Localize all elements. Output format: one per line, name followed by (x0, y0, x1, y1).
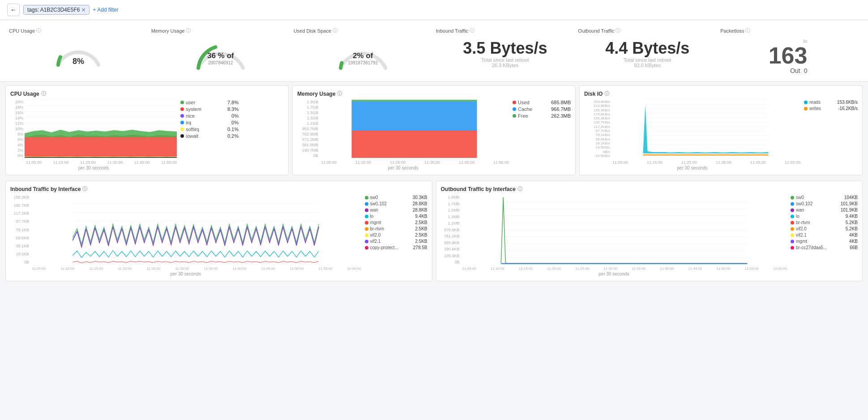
legend-dot (804, 107, 808, 110)
packetloss-out-value: 0 (804, 67, 808, 74)
legend-label: br-rtvm (796, 220, 834, 225)
legend-value: 2.5KB (405, 233, 428, 238)
legend-item: wan101.9KB (791, 208, 858, 212)
legend-item: wan28.8KB (365, 208, 428, 212)
packetloss-info-icon[interactable]: ⓘ (745, 27, 750, 34)
legend-label: vif2.0 (370, 233, 403, 238)
legend-label: sw0.102 (796, 201, 834, 206)
legend-value: 5.2KB (835, 220, 858, 225)
memory-legend: Used685.8MBCache966.7MBFree262.3MB (513, 100, 571, 170)
inbound-x-label: per 30 seconds (10, 272, 361, 276)
legend-item: copy-protect...278.5B (365, 245, 428, 250)
legend-dot (365, 227, 368, 231)
svg-marker-14 (25, 135, 177, 157)
legend-item: iowait0.2% (180, 133, 239, 139)
legend-value: 153.6KB/s (835, 100, 858, 105)
legend-dot (180, 114, 184, 118)
legend-dot (365, 215, 368, 218)
disk-gauge: 2% of 199187361792 (334, 36, 392, 72)
legend-label: lo (370, 214, 403, 219)
legend-dot (791, 233, 794, 237)
outbound-chart-info-icon[interactable]: ⓘ (517, 186, 522, 192)
inbound-chart-body: 156.3KB136.7KB117.2KB97.7KB78.1KB58.6KB3… (10, 195, 428, 276)
disk-info-icon[interactable]: ⓘ (333, 27, 338, 34)
legend-item: sw030.3KB (365, 195, 428, 200)
back-button[interactable]: ← (7, 4, 20, 16)
legend-label: copy-protect... (370, 245, 403, 250)
legend-dot (365, 208, 368, 212)
disk-sub: 199187361792 (348, 60, 378, 65)
legend-item: lo9.4KB (365, 214, 428, 219)
legend-label: system (186, 106, 214, 112)
diskio-chart-panel: Disk IO ⓘ 253.9KB/s214.8KB/s195.3KB/s175… (579, 85, 863, 175)
inbound-total-value: 26.3 KBytes (463, 63, 547, 68)
cpu-x-label: per 30 seconds (10, 165, 177, 170)
legend-dot (365, 240, 368, 243)
add-filter-button[interactable]: + Add filter (93, 7, 119, 13)
memory-sub: 2007846912 (207, 60, 234, 65)
cpu-info-icon[interactable]: ⓘ (36, 27, 41, 34)
legend-value: 2.5KB (405, 239, 428, 244)
outbound-metric-card: Outbound Traffic ⓘ 4.4 Bytes/s Total sin… (576, 24, 718, 78)
legend-dot (180, 134, 184, 138)
memory-info-icon[interactable]: ⓘ (186, 27, 191, 34)
legend-label: mgmt (796, 239, 834, 244)
memory-chart-body: 1.9GB1.7GB1.5GB1.3GB1.1GB953.7MB762.9MB5… (297, 100, 571, 170)
outbound-info-icon[interactable]: ⓘ (616, 27, 620, 34)
legend-dot (180, 121, 184, 124)
legend-item: br-rtvm5.2KB (791, 220, 858, 225)
legend-item: writes-16.2KB/s (804, 106, 858, 111)
filter-tag: tags: A1B2C3D4E5F6 × (23, 5, 90, 15)
legend-item: sw0104KB (791, 195, 858, 200)
legend-value: 9.4KB (835, 214, 858, 219)
legend-label: iowait (186, 133, 214, 139)
legend-label: lo (796, 214, 834, 219)
inbound-chart-info-icon[interactable]: ⓘ (82, 186, 87, 192)
legend-value: 8.3% (216, 106, 239, 112)
memory-chart-panel: Memory Usage ⓘ 1.9GB1.7GB1.5GB1.3GB1.1GB… (292, 85, 576, 175)
disk-metric-card: Used Disk Space ⓘ 2% of 199187361792 (292, 24, 434, 78)
cpu-chart-info-icon[interactable]: ⓘ (41, 90, 46, 97)
legend-value: 2.5KB (405, 220, 428, 225)
diskio-chart-info-icon[interactable]: ⓘ (604, 90, 609, 97)
legend-item: sw0.10228.8KB (365, 201, 428, 206)
legend-value: 685.8MB (548, 100, 571, 105)
charts-section: CPU Usage ⓘ 20%18%16%14%12%10%8%6%4%2%0% (0, 82, 868, 290)
memory-chart-svg (320, 100, 509, 158)
legend-item: softirq0.1% (180, 127, 239, 132)
cpu-chart-svg (25, 100, 177, 158)
legend-label: irq (186, 120, 214, 125)
legend-label: vif2.0 (796, 226, 834, 231)
outbound-chart-title: Outbound Traffic by Interface ⓘ (441, 186, 858, 192)
legend-value: 278.5B (405, 245, 428, 250)
legend-dot (791, 202, 794, 206)
legend-item: reads153.6KB/s (804, 100, 858, 105)
inbound-value: 3.5 Bytes/s (463, 39, 547, 57)
filter-tag-label: tags: A1B2C3D4E5F6 (27, 7, 80, 13)
svg-rect-28 (352, 102, 477, 131)
top-bar: ← tags: A1B2C3D4E5F6 × + Add filter (0, 0, 868, 20)
legend-item: vif2.12.5KB (365, 239, 428, 244)
legend-dot (791, 196, 794, 199)
legend-dot (180, 107, 184, 111)
legend-item: mgmt4KB (791, 239, 858, 244)
legend-label: sw0 (796, 195, 834, 200)
legend-dot (180, 127, 184, 131)
charts-row-2: Inbound Traffic by Interface ⓘ 156.3KB13… (5, 181, 863, 281)
inbound-chart-svg (30, 195, 361, 264)
legend-value: 4KB (835, 233, 858, 238)
legend-item: Used685.8MB (513, 100, 571, 105)
memory-metric-card: Memory Usage ⓘ 36 % of 2007846912 (150, 24, 292, 78)
legend-value: 28.8KB (405, 208, 428, 212)
legend-dot (791, 221, 794, 225)
inbound-info-icon[interactable]: ⓘ (470, 27, 475, 34)
legend-item: vif2.02.5KB (365, 233, 428, 238)
legend-item: nice0% (180, 113, 239, 119)
legend-label: sw0.102 (370, 201, 403, 206)
packetloss-metric-card: Packetloss ⓘ In 163 Out 0 (718, 24, 861, 78)
legend-item: mgmt2.5KB (365, 220, 428, 225)
legend-label: Free (518, 113, 547, 119)
metrics-row: CPU Usage ⓘ 8% Memory Usage ⓘ (0, 20, 868, 82)
memory-chart-info-icon[interactable]: ⓘ (337, 90, 342, 97)
remove-filter-button[interactable]: × (81, 7, 85, 13)
